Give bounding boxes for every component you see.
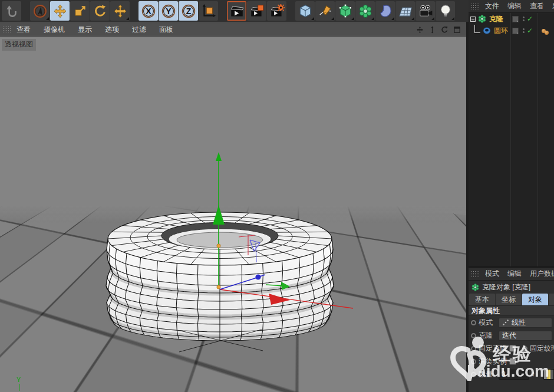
fix-texture-label: 固定纹理: [530, 344, 554, 354]
layer-icon[interactable]: [512, 28, 519, 34]
viewport-canvas[interactable]: Y 透视视图: [0, 37, 466, 392]
object-manager-menu-0[interactable]: 文件: [485, 1, 499, 11]
tab-1[interactable]: 坐标: [496, 294, 522, 305]
y-axis-tip: [216, 152, 222, 161]
viewport-menu-5[interactable]: 面板: [159, 25, 173, 35]
visibility-dots[interactable]: [523, 28, 525, 33]
object-row-cloner[interactable]: 克隆✓: [469, 13, 554, 25]
expand-toggle[interactable]: [470, 17, 476, 22]
scale-tool-button[interactable]: [70, 1, 90, 21]
cloner-icon: [471, 283, 480, 292]
attribute-manager: 模式编辑用户数据 克隆对象 [克隆] 基本坐标对象变换 对象属性 模式 线性 克…: [469, 266, 554, 392]
rotate-tool-button[interactable]: [90, 1, 110, 21]
cloner-icon: [477, 14, 487, 24]
count-input[interactable]: 3: [499, 370, 529, 380]
z-axis-lock-button[interactable]: Z: [179, 1, 198, 21]
scene-3d[interactable]: Y: [0, 37, 466, 392]
enabled-check-icon[interactable]: ✓: [527, 27, 533, 35]
attribute-title: 克隆对象 [克隆]: [482, 282, 530, 292]
keyframe-circle-icon[interactable]: [522, 346, 527, 351]
attribute-tabs: 基本坐标对象变换: [469, 294, 554, 305]
mode-dropdown[interactable]: 线性: [499, 318, 552, 328]
viewport-orbit-icon[interactable]: [440, 25, 449, 34]
add-deformer-menu-button[interactable]: [375, 1, 395, 21]
attribute-manager-menu-0[interactable]: 模式: [485, 269, 499, 279]
tab-0[interactable]: 基本: [469, 294, 495, 305]
count-row: 数量 3 ▲▼: [469, 368, 554, 381]
keyframe-circle-icon[interactable]: [471, 333, 476, 338]
attribute-manager-menu-2[interactable]: 用户数据: [530, 269, 554, 279]
attribute-manager-menu-1[interactable]: 编辑: [507, 269, 522, 279]
viewport-label: 透视视图: [2, 39, 36, 51]
torus-clone-stack[interactable]: [106, 212, 334, 352]
drag-handle-icon[interactable]: [471, 271, 479, 278]
add-cube-menu-button[interactable]: [295, 1, 315, 21]
add-subdivision-menu-button[interactable]: [335, 1, 355, 21]
viewport-menubar: 查看摄像机显示选项过滤面板: [0, 22, 466, 37]
world-axis-indicator: Y: [17, 376, 21, 391]
cinema4d-window: XYZ 查看摄像机显示选项过滤面板 Y 透视视图 文件编辑查看对象 克隆✓圆环✓…: [0, 0, 554, 392]
live-selection-tool-button[interactable]: [30, 1, 50, 21]
render-settings-button-button[interactable]: [267, 1, 286, 21]
clipped-widget: [543, 369, 554, 380]
viewport-menu-4[interactable]: 过滤: [132, 25, 146, 35]
viewport-zoomv-icon[interactable]: [428, 25, 437, 34]
add-spline-menu-button[interactable]: [315, 1, 335, 21]
torus-icon: [482, 26, 492, 35]
clones-row: 克隆 迭代: [469, 329, 554, 342]
attribute-title-row: 克隆对象 [克隆]: [469, 281, 554, 294]
mode-row: 模式 线性: [469, 316, 554, 329]
keyframe-circle-icon[interactable]: [471, 359, 476, 364]
visibility-dots[interactable]: [523, 17, 525, 21]
main-toolbar: XYZ: [0, 0, 469, 22]
viewport-nav-icons: [416, 25, 466, 34]
viewport-menu-0[interactable]: 查看: [17, 25, 31, 35]
keyframe-circle-icon[interactable]: [471, 372, 476, 377]
undo-disabled-button: [2, 1, 21, 21]
render-picture-viewer-button-button[interactable]: [247, 1, 266, 21]
svg-text:Y: Y: [166, 6, 172, 15]
tab-3[interactable]: 变换: [549, 294, 554, 305]
attribute-manager-menubar: 模式编辑用户数据: [469, 268, 554, 281]
clones-dropdown[interactable]: 迭代: [499, 331, 552, 341]
svg-text:X: X: [146, 6, 151, 15]
render-view-button-button[interactable]: [227, 1, 246, 21]
object-tag-dots[interactable]: [542, 27, 549, 35]
object-manager-menu-1[interactable]: 编辑: [507, 1, 522, 11]
object-row-torus[interactable]: 圆环✓: [469, 25, 554, 37]
viewport-menu-2[interactable]: 显示: [78, 25, 92, 35]
add-light-menu-button[interactable]: [436, 1, 455, 21]
enabled-check-icon[interactable]: ✓: [527, 15, 533, 23]
drag-handle-icon[interactable]: [471, 3, 479, 10]
render-instance-checkbox[interactable]: [509, 358, 516, 365]
last-used-tool-move-button[interactable]: [110, 1, 130, 21]
count-stepper[interactable]: ▲▼: [530, 370, 536, 380]
render-instance-row: 渲染实例: [469, 355, 554, 368]
drag-handle-icon[interactable]: [2, 26, 11, 33]
x-axis-lock-button[interactable]: X: [138, 1, 158, 21]
fix-clone-checkbox[interactable]: [509, 345, 516, 352]
keyframe-circle-icon[interactable]: [471, 320, 476, 325]
add-environment-menu-button[interactable]: [395, 1, 415, 21]
viewport-menu-1[interactable]: 摄像机: [44, 25, 65, 35]
add-mograph-cloner-menu-button[interactable]: [355, 1, 375, 21]
keyframe-circle-icon[interactable]: [471, 346, 476, 351]
viewport-menu-3[interactable]: 选项: [105, 25, 119, 35]
tab-2[interactable]: 对象: [522, 294, 548, 305]
fix-row: 固定克隆 固定纹理: [469, 342, 554, 355]
y-axis-lock-button[interactable]: Y: [159, 1, 178, 21]
mode-label: 模式: [479, 318, 499, 328]
coordinate-system-toggle-button[interactable]: [199, 1, 218, 21]
object-name: 克隆: [489, 14, 503, 24]
object-manager-menu-2[interactable]: 查看: [530, 1, 544, 11]
move-tool-button[interactable]: [50, 1, 70, 21]
svg-text:Y: Y: [17, 376, 21, 383]
fix-clone-label: 固定克隆: [479, 344, 507, 354]
scale-handle: [217, 244, 220, 248]
layer-icon[interactable]: [512, 16, 519, 22]
add-camera-menu-button[interactable]: [416, 1, 435, 21]
svg-text:Z: Z: [186, 6, 191, 15]
render-instance-label: 渲染实例: [479, 357, 507, 367]
viewport-pan-icon[interactable]: [416, 25, 424, 34]
viewport-maximize-icon[interactable]: [453, 25, 461, 34]
